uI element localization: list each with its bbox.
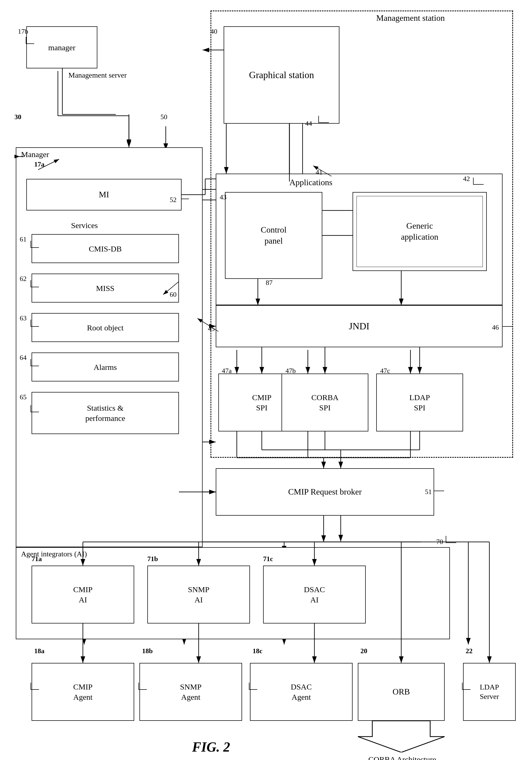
cmis-db-box: CMIS-DB xyxy=(31,234,179,263)
miss-box: MISS xyxy=(31,274,179,303)
ref-71c: 71c xyxy=(263,555,273,563)
ref-47c: 47c xyxy=(380,367,390,375)
ref-43: 43 xyxy=(220,193,226,201)
cmip-ai-box: CMIP AI xyxy=(31,566,134,624)
generic-application-inner-box xyxy=(357,196,483,267)
ref-62: 62 xyxy=(20,275,26,283)
ref-65: 65 xyxy=(20,393,26,401)
ref-30: 30 xyxy=(15,113,21,121)
snmp-agent-box: SNMP Agent xyxy=(139,663,242,721)
svg-line-35 xyxy=(38,159,59,170)
ref-18c: 18c xyxy=(253,647,263,655)
ref-18a: 18a xyxy=(34,647,44,655)
corba-spi-box: CORBA SPI xyxy=(281,374,368,431)
snmp-ai-box: SNMP AI xyxy=(147,566,250,624)
ref-87: 87 xyxy=(266,279,272,287)
ref-44: 44 xyxy=(305,120,312,127)
svg-line-41 xyxy=(197,318,218,331)
services-label: Services xyxy=(71,221,98,230)
graphical-station-box: Graphical station xyxy=(224,26,339,124)
stats-perf-box: Statistics & performance xyxy=(31,392,179,434)
control-panel-box: Control panel xyxy=(225,192,322,279)
ref-20: 20 xyxy=(361,647,367,655)
root-object-box: Root object xyxy=(31,313,179,342)
ldap-spi-box: LDAP SPI xyxy=(376,374,463,431)
dsac-agent-box: DSAC Agent xyxy=(250,663,353,721)
dsac-ai-box: DSAC AI xyxy=(263,566,366,624)
ref-71a: 71a xyxy=(31,555,42,563)
ref-40: 40 xyxy=(211,27,217,35)
ref-52: 52 xyxy=(170,196,176,204)
applications-label: Applications xyxy=(289,177,333,187)
agent-integrators-label: Agent integrators (AI) xyxy=(21,550,87,558)
manager-box: manager xyxy=(26,26,97,69)
orb-box: ORB xyxy=(358,663,445,721)
management-station-label: Management station xyxy=(376,13,445,23)
ref-50: 50 xyxy=(161,113,167,121)
cmip-agent-box: CMIP Agent xyxy=(31,663,134,721)
ref-47a: 47a xyxy=(222,367,232,375)
cmip-request-broker-box: CMIP Request broker xyxy=(216,468,434,516)
alarms-box: Alarms xyxy=(31,353,179,381)
management-server-label: Management server xyxy=(69,71,127,79)
svg-line-39 xyxy=(313,166,331,176)
ref-47b: 47b xyxy=(285,367,296,375)
manager-label: Manager xyxy=(21,150,49,159)
fig2-label: FIG. 2 xyxy=(192,739,230,755)
ref-22: 22 xyxy=(466,647,472,655)
corba-architecture-label: CORBA Architecture xyxy=(368,755,436,760)
ref-46: 46 xyxy=(492,324,499,331)
ref-63: 63 xyxy=(20,314,26,322)
ref-42: 42 xyxy=(463,175,470,183)
ref-64: 64 xyxy=(20,354,26,362)
ref-61: 61 xyxy=(20,235,26,243)
svg-line-37 xyxy=(163,281,179,295)
svg-marker-42 xyxy=(358,721,445,752)
jndi-box: JNDI xyxy=(216,305,503,347)
ref-70: 70 xyxy=(436,538,443,546)
ref-18b: 18b xyxy=(142,647,153,655)
ref-51: 51 xyxy=(425,488,432,496)
ldap-server-box: LDAP Server xyxy=(463,663,516,721)
ref-17b: 17b xyxy=(18,27,28,35)
ref-71b: 71b xyxy=(147,555,158,563)
mi-box: MI xyxy=(26,179,181,211)
